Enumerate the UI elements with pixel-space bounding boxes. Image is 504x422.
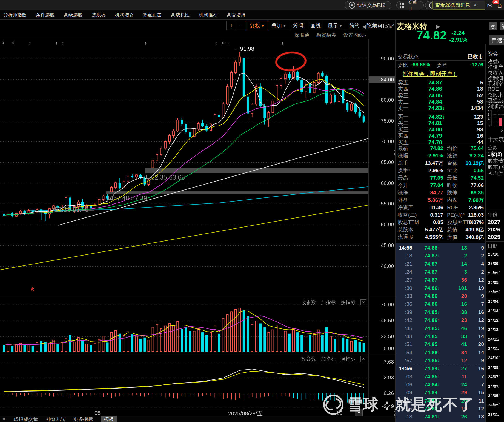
tick-count: 2 bbox=[467, 269, 484, 275]
tick-row[interactable]: :5474.86↑3414 bbox=[396, 350, 484, 356]
tick-time: :18 bbox=[396, 253, 412, 259]
tick-row[interactable]: :5774.85↓129 bbox=[396, 358, 484, 364]
gap-label-2: 57.48-57.89 bbox=[108, 195, 147, 202]
close-indicator-icon[interactable]: ✕ bbox=[2, 417, 6, 422]
tick-time: :54 bbox=[396, 350, 412, 356]
event-gear-icon: ✳ bbox=[221, 41, 225, 46]
panel-action-改参数[interactable]: 改参数 bbox=[301, 356, 316, 362]
stat-row: 流通股4.555亿流值340.8亿 bbox=[398, 234, 484, 241]
expand-panel-button[interactable]: » bbox=[355, 409, 363, 416]
date-item[interactable]: 24/12/ bbox=[488, 308, 500, 313]
panel-resize-grip[interactable] bbox=[394, 150, 395, 151]
panel-action-改参数[interactable]: 改参数 bbox=[301, 299, 316, 306]
date-item[interactable]: 24/11/ bbox=[488, 346, 499, 351]
date-item[interactable]: 25/09/ bbox=[488, 271, 500, 275]
tick-price: 74.84 bbox=[416, 382, 437, 388]
tick-row[interactable]: :2774.873612 bbox=[396, 277, 484, 283]
home-icon[interactable]: ⌂ bbox=[497, 1, 502, 10]
tab-template[interactable]: 模板 bbox=[101, 416, 117, 422]
date-item[interactable]: 24/05/ bbox=[488, 403, 500, 407]
tick-count: 9 bbox=[467, 358, 484, 364]
tick-row[interactable]: :4274.86↑2312 bbox=[396, 317, 484, 323]
tick-row[interactable]: :1874.87↓22 bbox=[396, 253, 484, 259]
date-item[interactable]: 24/11/ bbox=[488, 337, 499, 341]
date-item[interactable]: 25/09/ bbox=[488, 261, 500, 266]
notification-close-icon[interactable]: ✕ bbox=[473, 3, 477, 8]
tick-row[interactable]: :1274.83↓2011 bbox=[396, 398, 484, 404]
tick-arrow-icon: ↑ bbox=[437, 245, 442, 251]
stat-value: 2.85% bbox=[465, 205, 484, 211]
tick-count: 11 bbox=[467, 398, 484, 404]
tick-volume: 29 bbox=[442, 390, 467, 396]
tick-row[interactable]: :5174.854120 bbox=[396, 341, 484, 347]
panel-action-加指标[interactable]: 加指标 bbox=[321, 299, 336, 306]
tick-row[interactable]: :2474.8732 bbox=[396, 269, 484, 275]
tick-row[interactable]: :3674.86167 bbox=[396, 301, 484, 307]
event-arrow-icon: ↕ bbox=[282, 41, 284, 45]
tick-row[interactable]: :3074.86↓10119 bbox=[396, 285, 484, 291]
stat-row: 总股本5.477亿总值409.8亿 bbox=[398, 226, 484, 233]
tick-volume: 41 bbox=[442, 341, 467, 347]
tick-time: :18 bbox=[396, 414, 412, 420]
tick-row[interactable]: :3374.86209 bbox=[396, 293, 484, 299]
date-item[interactable]: 24/10/ bbox=[488, 355, 500, 360]
notification-toast[interactable]: 查看26条新消息 ✕ bbox=[432, 1, 485, 10]
tick-row[interactable]: 14:5674.84↓2716 bbox=[396, 366, 484, 372]
stat-value: 0.07% bbox=[465, 219, 484, 225]
panel-resize-grip-2[interactable] bbox=[394, 411, 395, 412]
stat-value: 0.317 bbox=[418, 212, 443, 218]
date-item[interactable]: 24/09/ bbox=[488, 365, 500, 370]
tab-magic-nine[interactable]: 神奇九转 bbox=[46, 416, 65, 422]
tab-virtual-volume[interactable]: 虚拟成交量 bbox=[13, 416, 38, 422]
tick-row[interactable]: :0374.85↑117 bbox=[396, 374, 484, 380]
date-item[interactable]: 24/05/ bbox=[488, 393, 500, 398]
tick-volume: 3 bbox=[442, 269, 467, 275]
date-item[interactable]: 25/10/ bbox=[488, 252, 500, 256]
tick-row[interactable]: :1874.81↓2613 bbox=[396, 414, 484, 420]
tick-count: 16 bbox=[467, 366, 484, 372]
tick-row[interactable]: :2174.87144 bbox=[396, 261, 484, 267]
date-item[interactable]: 25/05/ bbox=[488, 290, 500, 294]
mail-icon[interactable]: ✉ bbox=[487, 2, 492, 9]
tick-row[interactable]: :4574.85↓4619 bbox=[396, 325, 484, 332]
tick-price: 74.87 bbox=[416, 277, 437, 283]
tick-count: 14 bbox=[467, 333, 484, 339]
tick-volume: 38 bbox=[442, 309, 467, 315]
tick-volume: 14 bbox=[442, 261, 467, 267]
stat-row: 外盘5.86万内盘7.60万 bbox=[398, 197, 484, 204]
tick-row[interactable]: :4874.853314 bbox=[396, 333, 484, 339]
margin-tag[interactable]: 融 bbox=[489, 22, 497, 30]
open-account-promo-link[interactable]: 抓住机会，即刻开户！ bbox=[403, 70, 457, 78]
prev-stock-arrow[interactable]: ◀ bbox=[362, 23, 366, 30]
tick-row[interactable]: :1574.831912 bbox=[396, 406, 484, 412]
tick-time: :12 bbox=[396, 398, 412, 404]
hk-tag[interactable]: 港 bbox=[500, 22, 504, 30]
mini-gridline bbox=[491, 122, 504, 122]
tick-count: 7 bbox=[467, 374, 484, 380]
date-item[interactable]: 24/07/ bbox=[488, 384, 500, 389]
date-item[interactable]: 23/11/ bbox=[488, 412, 499, 417]
tick-row[interactable]: :0974.842915 bbox=[396, 390, 484, 396]
tick-row[interactable]: :3974.85↓3816 bbox=[396, 309, 484, 315]
date-item[interactable]: 24/12/ bbox=[488, 327, 500, 332]
panel-action-换指标[interactable]: 换指标 bbox=[341, 356, 356, 362]
watchlist-button[interactable]: 自选+ bbox=[489, 35, 504, 45]
panel-close-icon[interactable]: ✕ bbox=[360, 356, 366, 362]
tick-row[interactable]: 14:5574.88↑139 bbox=[396, 245, 484, 251]
tick-row[interactable]: :0674.84↓247 bbox=[396, 382, 484, 388]
date-item[interactable]: 24/07/ bbox=[488, 374, 500, 379]
tick-price: 74.83 bbox=[416, 406, 437, 412]
panel-close-icon[interactable]: ✕ bbox=[360, 299, 366, 305]
panel-action-加指标[interactable]: 加指标 bbox=[321, 356, 336, 362]
multi-window-button[interactable]: 多窗口 bbox=[396, 1, 424, 9]
tab-more-indicators[interactable]: 更多指标 bbox=[73, 416, 93, 422]
order-price: 74.85 bbox=[412, 92, 442, 99]
date-item[interactable]: 25/04/ bbox=[488, 299, 500, 304]
panel-action-换指标[interactable]: 换指标 bbox=[341, 299, 356, 306]
date-item[interactable]: 24/12/ bbox=[488, 318, 500, 322]
multi-window-label: 多窗口 bbox=[407, 0, 420, 12]
event-arrow-icon: ↕ bbox=[61, 41, 64, 45]
date-item[interactable]: 25/05/ bbox=[488, 280, 500, 285]
last-price: 74.82 bbox=[416, 29, 446, 42]
order-volume: 5 bbox=[448, 80, 483, 86]
